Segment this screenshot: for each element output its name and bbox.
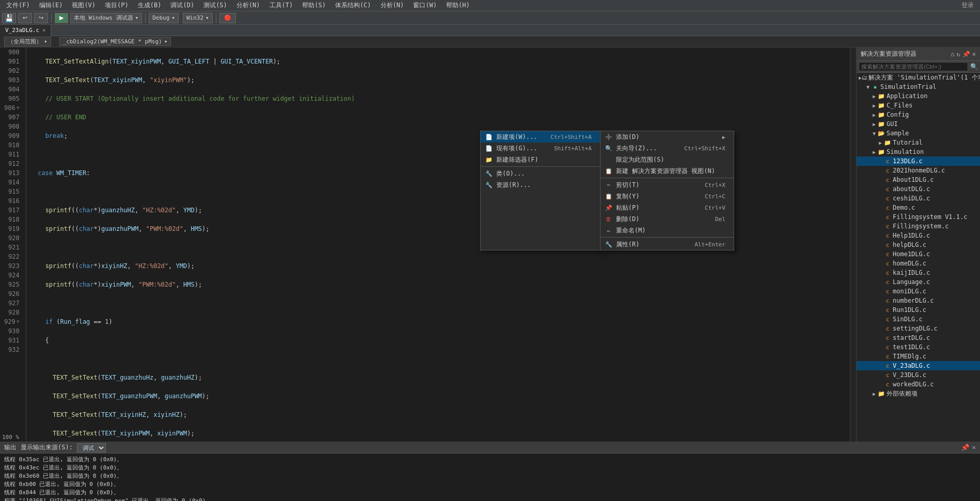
file-kaiji-label: kaijIDLG.c bbox=[893, 269, 930, 276]
tree-root[interactable]: ▶ 🗂 解决方案 'SimulationTrial'(1 个项目) bbox=[857, 73, 980, 82]
login-label[interactable]: 登录 bbox=[961, 1, 978, 10]
tree-folder-application[interactable]: ▶ 📁 Application bbox=[857, 91, 980, 101]
menu-file[interactable]: 文件(F) bbox=[2, 0, 34, 11]
ctx-delete[interactable]: 🗑 删除(D) Del bbox=[600, 213, 734, 225]
tree-file-fill[interactable]: c Fillingsystem.c bbox=[857, 222, 980, 231]
tree-file-moni[interactable]: c moniDLG.c bbox=[857, 287, 980, 296]
tree-folder-gui[interactable]: ▶ 📁 GUI bbox=[857, 119, 980, 129]
ctx-new-item[interactable]: 📄 新建项(W)... Ctrl+Shift+A bbox=[481, 131, 600, 143]
ctx-scope[interactable]: 限定为此范围(S) bbox=[600, 154, 734, 165]
platform-dropdown[interactable]: Win32 ▾ bbox=[183, 13, 213, 23]
ctx-add-label: 添加(D) bbox=[616, 133, 719, 142]
menu-edit[interactable]: 编辑(E) bbox=[35, 0, 67, 11]
search-input[interactable] bbox=[859, 62, 968, 71]
ctx-class[interactable]: 🔧 类(O)... bbox=[481, 168, 600, 179]
tree-file-123dlg[interactable]: c 123DLG.c bbox=[857, 156, 980, 166]
ctx-resource[interactable]: 🔧 资源(R)... bbox=[481, 179, 600, 191]
menu-help2[interactable]: 帮助(H) bbox=[442, 0, 474, 11]
file-home1-label: Home1DLG.c bbox=[893, 251, 930, 258]
file-demo-label: Demo.c bbox=[893, 204, 915, 211]
menu-test[interactable]: 测试(S) bbox=[199, 0, 231, 11]
tree-folder-cfiles[interactable]: ▶ 📁 C_Files bbox=[857, 101, 980, 110]
menu-analyze2[interactable]: 分析(N) bbox=[376, 0, 408, 11]
search-icon[interactable]: 🔍 bbox=[970, 63, 978, 70]
tree-project[interactable]: ▼ ▪ SimulationTrial bbox=[857, 82, 980, 91]
tree-folder-tutorial[interactable]: ▶ 📁 Tutorial bbox=[857, 138, 980, 147]
panel-close-btn2[interactable]: × bbox=[972, 444, 976, 451]
ctx-new-view-label: 新建 解决方案资源管理器 视图(N) bbox=[616, 167, 725, 176]
run-config-dropdown[interactable]: 本地 Windows 调试器 ▾ bbox=[70, 13, 142, 23]
tree-file-2021[interactable]: c 2021honmeDLG.c bbox=[857, 166, 980, 175]
tree-file-setting[interactable]: c settingDLG.c bbox=[857, 324, 980, 333]
zoom-level: 100 % bbox=[2, 434, 19, 441]
panel-close-btn[interactable]: × bbox=[972, 51, 976, 58]
tree-file-demo[interactable]: c Demo.c bbox=[857, 203, 980, 212]
menu-debug[interactable]: 调试(D) bbox=[166, 0, 198, 11]
menu-project[interactable]: 项目(P) bbox=[101, 0, 133, 11]
menu-help[interactable]: 帮助(S) bbox=[298, 0, 330, 11]
ctx-existing-item[interactable]: 📄 现有项(G)... Shift+Alt+A bbox=[481, 143, 600, 154]
ctx-rename[interactable]: ✏ 重命名(M) bbox=[600, 225, 734, 236]
editor-scrollbar[interactable] bbox=[850, 48, 856, 442]
menu-view[interactable]: 视图(V) bbox=[68, 0, 100, 11]
menu-tools[interactable]: 工具(T) bbox=[265, 0, 297, 11]
ctx-add[interactable]: ➕ 添加(D) ▶ bbox=[600, 131, 734, 143]
tree-file-fillv1[interactable]: c Fillingsystem V1.1.c bbox=[857, 212, 980, 222]
file-worked-label: workedDLG.c bbox=[893, 381, 934, 388]
tree-file-sin[interactable]: c SinDLG.c bbox=[857, 315, 980, 324]
ln-918: 918 bbox=[4, 215, 22, 224]
tree-file-v23[interactable]: c V_23DLG.c bbox=[857, 370, 980, 380]
redo-btn[interactable]: ↪ bbox=[34, 13, 48, 23]
menu-build[interactable]: 生成(B) bbox=[134, 0, 166, 11]
tree-file-help1[interactable]: c Help1DLG.c bbox=[857, 231, 980, 240]
tree-file-v23a[interactable]: c V_23aDLG.c bbox=[857, 361, 980, 370]
breakpoint-btn[interactable]: 🔴 bbox=[219, 13, 236, 23]
source-select[interactable]: 调试 bbox=[77, 443, 106, 452]
tree-file-ceshi[interactable]: c ceshiDLG.c bbox=[857, 194, 980, 203]
tree-file-home1[interactable]: c Home1DLG.c bbox=[857, 249, 980, 259]
ctx-wizard[interactable]: 🔍 关向导(Z)... Ctrl+Shift+X bbox=[600, 143, 734, 154]
file-tab[interactable]: V_23aDLG.c × bbox=[0, 25, 51, 36]
panel-header: 解决方案资源管理器 ⌂ ↻ 📌 × bbox=[857, 48, 980, 61]
run-btn[interactable]: ▶ bbox=[55, 13, 68, 23]
ctx-paste[interactable]: 📌 粘贴(P) Ctrl+V bbox=[600, 202, 734, 213]
tree-file-worked[interactable]: c workedDLG.c bbox=[857, 380, 980, 389]
ctx-new-view[interactable]: 📋 新建 解决方案资源管理器 视图(N) bbox=[600, 165, 734, 177]
tree-folder-simulation[interactable]: ▶ 📁 Simulation bbox=[857, 147, 980, 156]
tree-file-lang[interactable]: c Language.c bbox=[857, 277, 980, 287]
ext-expand: ▶ bbox=[871, 391, 877, 397]
config-dropdown[interactable]: Debug ▾ bbox=[149, 13, 179, 23]
scope-left-selector[interactable]: （全局范围） ▾ bbox=[4, 37, 51, 46]
ctx-copy[interactable]: 📋 复制(Y) Ctrl+C bbox=[600, 191, 734, 202]
menu-analyze[interactable]: 分析(N) bbox=[232, 0, 264, 11]
ctx-new-filter[interactable]: 📁 新建筛选器(F) bbox=[481, 154, 600, 165]
panel-home-btn[interactable]: ⌂ bbox=[951, 51, 954, 58]
tree-file-kaiji[interactable]: c kaijIDLG.c bbox=[857, 268, 980, 277]
scope-right-selector[interactable]: _cbDialog2(WM_MESSAGE * pMsg) ▾ bbox=[59, 37, 171, 46]
menu-arch[interactable]: 体系结构(C) bbox=[331, 0, 375, 11]
tree-file-about1[interactable]: c About1DLG.c bbox=[857, 175, 980, 184]
tree-file-about[interactable]: c aboutDLG.c bbox=[857, 184, 980, 194]
tree-file-start[interactable]: c startDLG.c bbox=[857, 333, 980, 342]
tab-close-btn[interactable]: × bbox=[42, 27, 45, 33]
panel-pin-btn[interactable]: 📌 bbox=[962, 51, 970, 58]
tree-folder-sample[interactable]: ▼ 📂 Sample bbox=[857, 129, 980, 138]
tree-file-help[interactable]: c helpDLG.c bbox=[857, 240, 980, 249]
ctx-cut[interactable]: ✂ 剪切(T) Ctrl+X bbox=[600, 179, 734, 191]
code-line-917: TEXT_SetText(TEXT_guanzhuHz, guanzhuHZ); bbox=[30, 373, 846, 382]
tree-file-run1[interactable]: c Run1DLG.c bbox=[857, 305, 980, 315]
tree-file-time[interactable]: c TIMEDlg.c bbox=[857, 352, 980, 361]
tree-file-number[interactable]: c numberDLG.c bbox=[857, 296, 980, 305]
ctx-properties[interactable]: 🔧 属性(R) Alt+Enter bbox=[600, 239, 734, 250]
panel-pin-btn2[interactable]: 📌 bbox=[961, 444, 970, 451]
tree-folder-config[interactable]: ▶ 📁 Config bbox=[857, 110, 980, 119]
ctx-delete-shortcut: Del bbox=[715, 216, 725, 223]
tree-file-test1[interactable]: c test1DLG.c bbox=[857, 342, 980, 352]
tree-file-home[interactable]: c homeDLG.c bbox=[857, 259, 980, 268]
file-v23-label: V_23DLG.c bbox=[893, 371, 926, 379]
menu-window[interactable]: 窗口(W) bbox=[409, 0, 441, 11]
panel-refresh-btn[interactable]: ↻ bbox=[957, 51, 960, 58]
tree-external-deps[interactable]: ▶ 📁 外部依赖项 bbox=[857, 389, 980, 398]
save-all-btn[interactable]: 💾 bbox=[2, 13, 16, 23]
undo-btn[interactable]: ↩ bbox=[18, 13, 32, 23]
